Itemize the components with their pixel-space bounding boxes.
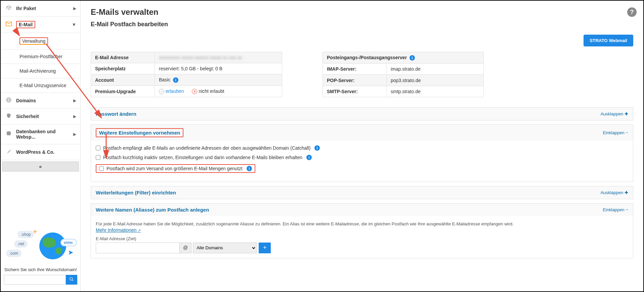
panel-filter-title: Weiterleitungen (Filter) einrichten (96, 190, 176, 195)
value-smtp: smtp.strato.de (387, 86, 484, 97)
label-smtp: SMTP-Server: (323, 86, 387, 97)
plus-icon: + (33, 227, 37, 236)
chevron-right-icon: ▶ (73, 114, 76, 119)
text-deny: nicht erlaubt (199, 88, 224, 94)
sidebar-item-wordpress[interactable]: WordPress & Co. (1, 144, 80, 160)
promo-bubble-com: .com (6, 250, 22, 257)
chevron-right-icon: ▶ (73, 6, 76, 11)
panel-filter-header[interactable]: Weiterleitungen (Filter) einrichten Ausk… (91, 186, 633, 199)
panel-alias-toggle: Einklappen − (603, 207, 628, 212)
add-alias-button[interactable]: + (259, 243, 271, 253)
webmail-button[interactable]: STRATO Webmail (584, 35, 633, 46)
label-servers: Posteingangs-/Postausgangsserver (327, 55, 407, 60)
alias-more-link[interactable]: Mehr Informationen ↗ (96, 227, 141, 233)
sidebar-label-domains: Domains (16, 98, 73, 103)
page-subtitle: E-Mail Postfach bearbeiten (91, 21, 633, 28)
promo-bubble-shop: .shop (17, 231, 34, 238)
mailbox-info-table: E-Mail Adressexxxxxxxxx xxxxx xxxxxx xxx… (91, 52, 282, 97)
label-inactive: Postfach kurzfristig inaktiv setzen, Ein… (103, 155, 302, 160)
svg-line-5 (72, 280, 74, 281)
value-pop: pop3.strato.de (387, 75, 484, 86)
globe-graphic (39, 232, 66, 259)
external-link-icon: ↗ (138, 228, 141, 232)
svg-point-4 (70, 278, 73, 280)
panel-password-title: Passwort ändern (96, 111, 136, 117)
alias-domain-select[interactable]: Alle Domains (193, 243, 257, 253)
panel-password: Passwort ändern Ausklappen ✚ (91, 107, 633, 120)
alias-email-input[interactable] (96, 243, 180, 253)
panel-settings-title: Weitere Einstellungen vornehmen (96, 128, 183, 137)
setting-inactive-row: Postfach kurzfristig inaktiv setzen, Ein… (96, 155, 628, 160)
sidebar-item-databases[interactable]: Datenbanken und Websp... ▶ (1, 124, 80, 144)
info-icon[interactable]: i (410, 55, 415, 61)
setting-bulk-row: Postfach wird zum Versand von größeren E… (96, 164, 255, 173)
panel-settings: Weitere Einstellungen vornehmen Einklapp… (91, 124, 633, 182)
sidebar-sub-verwaltung[interactable]: Verwaltung (1, 33, 80, 49)
info-icon[interactable]: i (173, 77, 178, 83)
chevron-down-icon: ▼ (72, 22, 76, 27)
sidebar-item-package[interactable]: Ihr Paket ▶ (1, 1, 80, 16)
promo-bubble-www: www. (60, 239, 77, 246)
cube-icon (5, 5, 13, 12)
wand-icon (5, 149, 13, 155)
shield-icon (5, 113, 13, 120)
label-imap: IMAP-Server: (323, 64, 387, 75)
value-storage: reserviert: 5,0 GB - belegt: 0 B (155, 63, 282, 74)
panel-settings-header[interactable]: Weitere Einstellungen vornehmen Einklapp… (91, 125, 633, 141)
value-email-address: xxxxxxxxx xxxxx xxxxxx xxxxx xx xxx xx (159, 55, 242, 60)
info-icon[interactable]: i (306, 155, 312, 160)
envelope-icon (5, 22, 13, 28)
alias-field-label: E-Mail Adresse (Ziel) (96, 236, 180, 241)
checkbox-inactive[interactable] (96, 155, 100, 160)
sidebar-label-security: Sicherheit (16, 114, 73, 119)
panel-filter-toggle: Ausklappen ✚ (600, 190, 628, 195)
panel-password-header[interactable]: Passwort ändern Ausklappen ✚ (91, 108, 633, 120)
sub-verwaltung-label: Verwaltung (19, 37, 48, 45)
database-icon (5, 131, 13, 138)
sidebar-sub-umzug[interactable]: E-Mail Umzugsservice (1, 78, 80, 93)
check-icon: ✓ (159, 89, 164, 94)
globe-icon (5, 97, 13, 104)
sidebar-collapse-button[interactable]: « (2, 161, 79, 172)
panel-password-toggle: Ausklappen ✚ (600, 111, 628, 116)
sidebar-sub-archiv[interactable]: Mail-Archivierung (1, 64, 80, 78)
label-bulk: Postfach wird zum Versand von größeren E… (106, 166, 243, 171)
panel-alias-header[interactable]: Weitere Namen (Aliasse) zum Postfach anl… (91, 204, 633, 216)
panel-settings-toggle: Einklappen − (603, 130, 628, 135)
sidebar-label-wordpress: WordPress & Co. (16, 149, 76, 155)
value-imap: imap.strato.de (387, 64, 484, 75)
server-info-table: Posteingangs-/Postausgangsserver i IMAP-… (323, 52, 484, 97)
checkbox-bulk[interactable] (99, 166, 104, 171)
label-premium-upgrade: Premium-Upgrade (91, 86, 155, 97)
info-icon[interactable]: i (314, 145, 320, 151)
sidebar-item-security[interactable]: Sicherheit ▶ (1, 109, 80, 124)
chevron-right-icon: ▶ (73, 98, 76, 103)
label-email-address: E-Mail Adresse (91, 52, 155, 63)
checkbox-catchall[interactable] (96, 146, 100, 150)
at-symbol: @ (180, 243, 191, 253)
cursor-icon: ➤ (68, 248, 74, 256)
cross-icon: ✕ (192, 89, 197, 94)
page-title: E-Mails verwalten (91, 7, 633, 17)
sidebar-sub-premium[interactable]: Premium-Postfächer (1, 49, 80, 64)
label-storage: Speicherplatz (91, 63, 155, 74)
promo-bubble-net: .net (14, 240, 28, 248)
link-allow[interactable]: erlauben (166, 88, 184, 94)
setting-catchall-row: Postfach empfängt alle E-Mails an undefi… (96, 145, 628, 151)
sidebar-label-email: E-Mail (16, 21, 72, 28)
value-account: Basic (159, 77, 170, 82)
sidebar-label-package: Ihr Paket (16, 6, 73, 11)
domain-search-input[interactable] (4, 275, 66, 285)
panel-filter: Weiterleitungen (Filter) einrichten Ausk… (91, 186, 633, 199)
sidebar-item-domains[interactable]: Domains ▶ (1, 93, 80, 109)
sidebar-item-email[interactable]: E-Mail ▼ (1, 16, 80, 33)
promo-tagline: Sichern Sie sich Ihre Wunschdomain! (4, 267, 77, 272)
domain-search-button[interactable] (66, 275, 77, 285)
chevron-right-icon: ▶ (73, 132, 76, 137)
domain-promo: .shop + .net .com www. ➤ Sichern Sie sic… (1, 221, 81, 291)
sidebar-label-databases: Datenbanken und Websp... (16, 129, 73, 140)
info-icon[interactable]: i (247, 166, 252, 171)
help-icon[interactable]: ? (627, 7, 637, 17)
panel-alias: Weitere Namen (Aliasse) zum Postfach anl… (91, 203, 633, 258)
label-catchall: Postfach empfängt alle E-Mails an undefi… (103, 145, 310, 151)
